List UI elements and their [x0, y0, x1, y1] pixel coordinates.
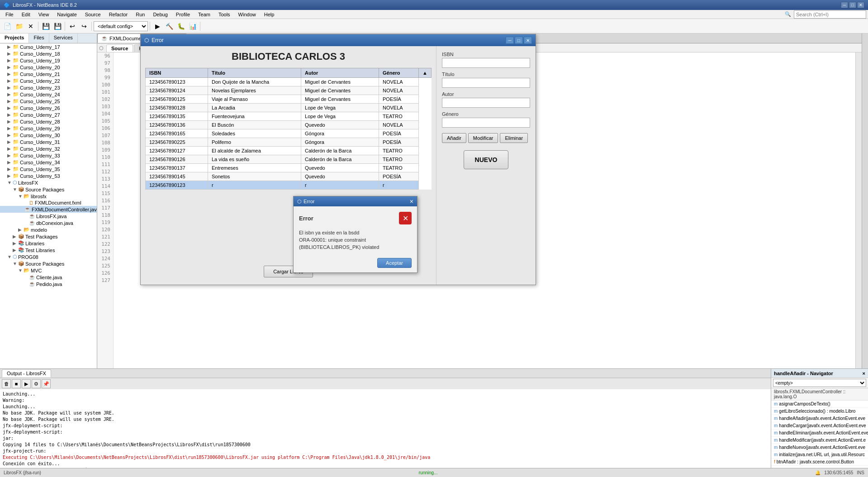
modificar-button[interactable]: Modificar [468, 133, 498, 143]
tree-item-fxmldoccontroller[interactable]: ☕FXMLDocumentController.java [0, 206, 97, 213]
table-row[interactable]: 1234567890165SoledadesGóngoraPOESÍA [146, 129, 432, 138]
open-project-button[interactable]: 📁 [14, 21, 24, 32]
tree-item-dbconexion[interactable]: ☕dbConexion.java [0, 219, 97, 226]
menu-refactor[interactable]: Refactor [105, 11, 132, 18]
menu-file[interactable]: File [2, 11, 17, 18]
output-pin-button[interactable]: 📌 [42, 379, 51, 388]
table-row[interactable]: 1234567890123Don Quijote de la ManchaMig… [146, 78, 432, 86]
table-row[interactable]: 1234567890135FuenteovejunaLope de VegaTE… [146, 112, 432, 121]
table-row[interactable]: 1234567890145SonetosQuevedoPOESÍA [146, 172, 432, 181]
tree-item[interactable]: ▶📁Curso_Udemy_30 [0, 132, 97, 138]
nav-item[interactable]: fbtnAñadir : javafx.scene.control.Button [771, 458, 868, 466]
output-rerun-button[interactable]: ▶ [22, 379, 31, 388]
table-row[interactable]: 1234567890225PolifemoGóngoraPOESÍA [146, 138, 432, 147]
tree-item[interactable]: ▶📁Curso_Udemy_17 [0, 43, 97, 50]
menu-team[interactable]: Team [194, 11, 214, 18]
menu-run[interactable]: Run [132, 11, 148, 18]
table-row[interactable]: 1234567890127El alcalde de ZalameaCalder… [146, 147, 432, 155]
output-settings-button[interactable]: ⚙ [32, 379, 41, 388]
tree-item[interactable]: ▶📁Curso_Udemy_20 [0, 64, 97, 71]
tree-item-librosfx[interactable]: ▼⬡LibrosFX [0, 179, 97, 186]
tree-item-librosfxjava[interactable]: ☕LibrosFX.java [0, 213, 97, 219]
search-input[interactable] [794, 10, 866, 19]
tree-item[interactable]: ▶📁Curso_Udemy_31 [0, 138, 97, 145]
table-row[interactable]: 1234567890123rrr [146, 181, 432, 190]
tree-item[interactable]: ▶📁Curso_Udemy_25 [0, 98, 97, 105]
undo-button[interactable]: ↩ [67, 21, 78, 32]
eliminar-button[interactable]: Eliminar [500, 133, 528, 143]
tree-item-modelo[interactable]: ▶📂modelo [0, 226, 97, 233]
anadir-button[interactable]: Añadir [442, 133, 466, 143]
col-sort[interactable]: ▲ [419, 68, 432, 78]
editor-scrollbar[interactable] [855, 52, 862, 378]
tree-item[interactable]: ▶📁Curso_Udemy_27 [0, 111, 97, 118]
menu-debug[interactable]: Debug [149, 11, 171, 18]
tree-item-test-packages[interactable]: ▶📦Test Packages [0, 233, 97, 240]
menu-profile[interactable]: Profile [172, 11, 194, 18]
table-row[interactable]: 1234567890128La ArcadiaLope de VegaNOVEL… [146, 104, 432, 112]
nav-item[interactable]: masignarCamposDeTexto() [771, 401, 868, 408]
dialog-close-button[interactable]: × [410, 198, 413, 205]
table-row[interactable]: 1234567890125Viaje al ParnasoMiguel de C… [146, 95, 432, 104]
tree-item[interactable]: ▶📁Curso_Udemy_53 [0, 172, 97, 179]
genero-input[interactable] [442, 118, 530, 128]
tree-item[interactable]: ▶📁Curso_Udemy_29 [0, 125, 97, 132]
tree-item[interactable]: ▶📁Curso_Udemy_33 [0, 152, 97, 159]
tree-item[interactable]: ▶📁Curso_Udemy_21 [0, 71, 97, 77]
aceptar-button[interactable]: Aceptar [377, 258, 412, 268]
menu-tools[interactable]: Tools [215, 11, 234, 18]
minimize-button[interactable]: ─ [841, 2, 848, 8]
tab-projects[interactable]: Projects [0, 33, 29, 43]
menu-help[interactable]: Help [261, 11, 278, 18]
tree-item[interactable]: ▶📁Curso_Udemy_35 [0, 166, 97, 172]
nuevo-button[interactable]: NUEVO [464, 150, 509, 169]
tree-item-fxmldoc[interactable]: 🗋FXMLDocument.fxml [0, 200, 97, 206]
nav-item[interactable]: mhandleEliminar(javafx.event.ActionEvent… [771, 429, 868, 437]
table-row[interactable]: 1234567890137EntremesesQuevedoTEATRO [146, 164, 432, 172]
tab-files[interactable]: Files [29, 33, 49, 43]
table-row[interactable]: 1234567890126La vida es sueñoCalderón de… [146, 155, 432, 164]
save-button[interactable]: 💾 [40, 21, 51, 32]
tree-item[interactable]: ▶📁Curso_Udemy_22 [0, 77, 97, 84]
isbn-input[interactable] [442, 58, 530, 68]
output-clear-button[interactable]: 🗑 [2, 379, 11, 388]
close-button[interactable]: ✕ [857, 2, 864, 8]
tree-item[interactable]: ▶📁Curso_Udemy_18 [0, 50, 97, 57]
tree-item[interactable]: ▶📁Curso_Udemy_24 [0, 91, 97, 98]
clean-build-button[interactable]: 🔨 [164, 21, 175, 32]
menu-edit[interactable]: Edit [18, 11, 34, 18]
tree-item[interactable]: ▶📁Curso_Udemy_26 [0, 105, 97, 111]
nav-item[interactable]: mhandleAñadir(javafx.event.ActionEvent.e… [771, 415, 868, 422]
tree-item[interactable]: ▶📁Curso_Udemy_28 [0, 118, 97, 125]
titulo-input[interactable] [442, 78, 530, 88]
menu-view[interactable]: View [35, 11, 53, 18]
menu-window[interactable]: Window [235, 11, 260, 18]
tree-item-librosfx-pkg[interactable]: ▼📂librosfx [0, 193, 97, 200]
tree-item-prog08[interactable]: ▼⬡PROG08 [0, 253, 97, 260]
tree-item-test-libraries[interactable]: ▶📚Test Libraries [0, 247, 97, 253]
right-scrollbar[interactable] [862, 33, 868, 378]
app-maximize-button[interactable]: □ [515, 37, 523, 44]
app-close-button[interactable]: ✕ [524, 37, 532, 44]
run-project-button[interactable]: ▶ [152, 21, 163, 32]
table-row[interactable]: 1234567890124Novelas EjemplaresMiguel de… [146, 86, 432, 95]
tree-item[interactable]: ▶📁Curso_Udemy_34 [0, 159, 97, 166]
nav-item[interactable]: mgetLibroSeleccionado() : modelo.Libro [771, 408, 868, 415]
tree-item-prog08-source[interactable]: ▼📦Source Packages [0, 260, 97, 267]
tree-item-libraries[interactable]: ▶📚Libraries [0, 240, 97, 247]
nav-item[interactable]: mhandleModificar(javafx.event.ActionEven… [771, 437, 868, 444]
debug-button[interactable]: 🐛 [175, 21, 186, 32]
tree-item-source-packages[interactable]: ▼📦Source Packages [0, 186, 97, 193]
profile-button[interactable]: 📊 [187, 21, 198, 32]
app-minimize-button[interactable]: ─ [506, 37, 514, 44]
tab-services[interactable]: Services [49, 33, 78, 43]
new-project-button[interactable]: 📄 [2, 21, 13, 32]
tree-item[interactable]: ▶📁Curso_Udemy_23 [0, 84, 97, 91]
output-stop-button[interactable]: ■ [12, 379, 21, 388]
menu-navigate[interactable]: Navigate [53, 11, 80, 18]
nav-item[interactable]: mhandleNuevo(javafx.event.ActionEvent.ev… [771, 444, 868, 451]
close-project-button[interactable]: ✕ [25, 21, 36, 32]
tree-item-pedido[interactable]: ☕Pedido.java [0, 281, 97, 287]
table-row[interactable]: 1234567890136El BuscónQuevedoNOVELA [146, 121, 432, 129]
tree-item-mvc[interactable]: ▼📂MVC [0, 267, 97, 274]
